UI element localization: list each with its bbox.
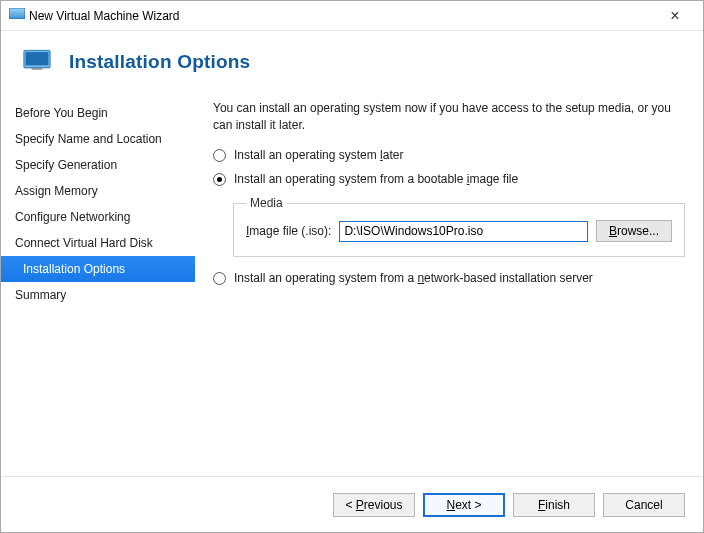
step-installation-options[interactable]: Installation Options <box>1 256 195 282</box>
wizard-icon <box>9 8 25 23</box>
description-text: You can install an operating system now … <box>213 100 685 134</box>
svg-rect-4 <box>32 68 43 70</box>
wizard-footer: < Previous Next > Finish Cancel <box>1 476 703 532</box>
wizard-steps-sidebar: Before You Begin Specify Name and Locati… <box>1 94 195 464</box>
radio-install-image[interactable] <box>213 173 226 186</box>
step-connect-vhd[interactable]: Connect Virtual Hard Disk <box>1 230 195 256</box>
option-install-later-label: Install an operating system later <box>234 148 403 162</box>
previous-button[interactable]: < Previous <box>333 493 415 517</box>
step-assign-memory[interactable]: Assign Memory <box>1 178 195 204</box>
svg-rect-3 <box>26 52 49 65</box>
media-legend: Media <box>246 196 287 210</box>
close-icon[interactable]: × <box>655 7 695 25</box>
step-configure-networking[interactable]: Configure Networking <box>1 204 195 230</box>
finish-button[interactable]: Finish <box>513 493 595 517</box>
window-title: New Virtual Machine Wizard <box>25 9 655 23</box>
radio-install-network[interactable] <box>213 272 226 285</box>
browse-button[interactable]: Browse... <box>596 220 672 242</box>
option-install-later[interactable]: Install an operating system later <box>213 148 685 162</box>
image-file-input[interactable] <box>339 221 588 242</box>
wizard-header: Installation Options <box>1 31 703 94</box>
option-install-image[interactable]: Install an operating system from a boota… <box>213 172 685 186</box>
wizard-body: Before You Begin Specify Name and Locati… <box>1 94 703 464</box>
media-group: Media Image file (.iso): Browse... <box>233 196 685 257</box>
option-install-network-label: Install an operating system from a netwo… <box>234 271 593 285</box>
next-button[interactable]: Next > <box>423 493 505 517</box>
monitor-icon <box>23 49 51 74</box>
svg-rect-1 <box>10 9 25 19</box>
step-before-you-begin[interactable]: Before You Begin <box>1 100 195 126</box>
titlebar: New Virtual Machine Wizard × <box>1 1 703 31</box>
option-install-network[interactable]: Install an operating system from a netwo… <box>213 271 685 285</box>
cancel-button[interactable]: Cancel <box>603 493 685 517</box>
step-specify-name-location[interactable]: Specify Name and Location <box>1 126 195 152</box>
radio-install-later[interactable] <box>213 149 226 162</box>
step-specify-generation[interactable]: Specify Generation <box>1 152 195 178</box>
wizard-content: You can install an operating system now … <box>195 94 703 464</box>
page-title: Installation Options <box>69 51 250 73</box>
step-summary[interactable]: Summary <box>1 282 195 308</box>
image-file-label: Image file (.iso): <box>246 224 331 238</box>
option-install-image-label: Install an operating system from a boota… <box>234 172 518 186</box>
